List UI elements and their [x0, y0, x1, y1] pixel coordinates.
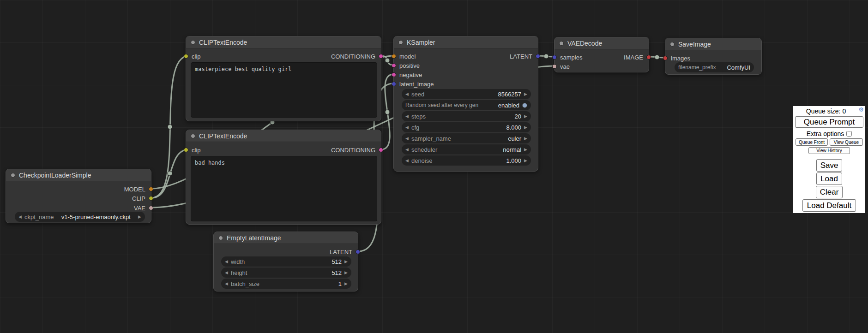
node-checkpoint-loader-simple[interactable]: CheckpointLoaderSimple MODEL CLIP VAE ◀ …: [6, 169, 151, 223]
widget-label: steps: [411, 113, 426, 120]
slot-label: CONDITIONING: [331, 147, 375, 154]
negative-prompt-textarea[interactable]: bad hands: [191, 156, 377, 221]
widget-value: 512: [332, 269, 342, 276]
widget-seed[interactable]: ◀ seed 8566257 ▶: [402, 89, 531, 99]
decrement-arrow-icon[interactable]: ◀: [405, 114, 409, 119]
increment-arrow-icon[interactable]: ▶: [344, 260, 348, 264]
conditioning-slot-dot[interactable]: [392, 72, 396, 77]
node-clip-text-encode-negative[interactable]: CLIPTextEncode clip CONDITIONING bad han…: [186, 130, 381, 225]
increment-arrow-icon[interactable]: ▶: [524, 159, 527, 163]
save-button[interactable]: Save: [816, 159, 842, 172]
collapse-dot[interactable]: [191, 40, 195, 45]
queue-prompt-button[interactable]: Queue Prompt: [795, 116, 863, 128]
extra-options-checkbox[interactable]: [846, 131, 852, 137]
widget-value: 512: [332, 258, 342, 265]
node-title: EmptyLatentImage: [227, 234, 281, 242]
comfyui-canvas[interactable]: { "icons": { "arrow_left": "◀", "arrow_r…: [0, 0, 868, 333]
widget-denoise[interactable]: ◀ denoise 1.000 ▶: [402, 155, 531, 166]
widget-ckpt-name[interactable]: ◀ ckpt_name v1-5-pruned-emaonly.ckpt ▶: [15, 212, 145, 222]
latent-slot-dot[interactable]: [356, 250, 360, 254]
clear-button[interactable]: Clear: [816, 186, 843, 198]
widget-value: v1-5-pruned-emaonly.ckpt: [57, 214, 136, 220]
load-default-button[interactable]: Load Default: [802, 199, 856, 212]
decrement-arrow-icon[interactable]: ◀: [225, 282, 228, 286]
decrement-arrow-icon[interactable]: ◀: [405, 92, 409, 96]
node-title-bar[interactable]: CheckpointLoaderSimple: [6, 169, 151, 181]
input-slot-vae: vae: [552, 62, 570, 71]
view-history-button[interactable]: View History: [808, 147, 850, 154]
increment-arrow-icon[interactable]: ▶: [524, 137, 527, 141]
latent-slot-dot[interactable]: [536, 54, 540, 59]
widget-label: denoise: [411, 157, 433, 164]
node-title-bar[interactable]: SaveImage: [665, 38, 761, 50]
slot-label: LATENT: [510, 53, 532, 60]
node-ksampler[interactable]: KSampler model positive negative latent_…: [393, 36, 538, 172]
node-empty-latent-image[interactable]: EmptyLatentImage LATENT ◀ width 512 ▶ ◀ …: [213, 232, 358, 291]
image-slot-dot[interactable]: [663, 56, 668, 60]
increment-arrow-icon[interactable]: ▶: [524, 114, 527, 119]
slot-label: positive: [399, 62, 420, 69]
clip-slot-dot[interactable]: [149, 196, 153, 201]
collapse-dot[interactable]: [191, 134, 195, 138]
node-save-image[interactable]: SaveImage images filename_prefix ComfyUI: [665, 38, 762, 75]
widget-cfg[interactable]: ◀ cfg 8.000 ▶: [402, 122, 531, 132]
collapse-dot[interactable]: [670, 42, 675, 47]
link-midpoint-dot: [168, 171, 172, 176]
latent-slot-dot[interactable]: [552, 55, 557, 59]
slot-label: MODEL: [124, 186, 145, 193]
slot-label: clip: [192, 147, 201, 154]
load-button[interactable]: Load: [816, 172, 842, 185]
widget-filename-prefix[interactable]: filename_prefix ComfyUI: [675, 62, 754, 72]
decrement-arrow-icon[interactable]: ◀: [405, 159, 409, 163]
widget-random-seed-toggle[interactable]: Random seed after every gen enabled: [402, 100, 531, 110]
node-title-bar[interactable]: EmptyLatentImage: [214, 232, 358, 244]
increment-arrow-icon[interactable]: ▶: [344, 271, 348, 275]
positive-prompt-textarea[interactable]: masterpiece best quality girl: [191, 62, 377, 118]
decrement-arrow-icon[interactable]: ◀: [225, 260, 228, 264]
clip-slot-dot[interactable]: [184, 54, 188, 59]
decrement-arrow-icon[interactable]: ◀: [405, 148, 409, 152]
node-title-bar[interactable]: KSampler: [394, 36, 538, 48]
increment-arrow-icon[interactable]: ▶: [524, 92, 527, 96]
toggle-dot[interactable]: [522, 103, 527, 108]
conditioning-slot-dot[interactable]: [392, 63, 396, 68]
conditioning-slot-dot[interactable]: [379, 148, 383, 152]
widget-width[interactable]: ◀ width 512 ▶: [221, 256, 351, 267]
increment-arrow-icon[interactable]: ▶: [344, 282, 348, 286]
widget-height[interactable]: ◀ height 512 ▶: [221, 268, 351, 278]
view-queue-button[interactable]: View Queue: [830, 138, 863, 146]
collapse-dot[interactable]: [218, 236, 223, 240]
widget-batch-size[interactable]: ◀ batch_size 1 ▶: [221, 279, 351, 289]
output-slot-conditioning: CONDITIONING: [331, 52, 383, 60]
node-clip-text-encode-positive[interactable]: CLIPTextEncode clip CONDITIONING masterp…: [186, 36, 381, 121]
decrement-arrow-icon[interactable]: ◀: [405, 125, 409, 130]
widget-scheduler[interactable]: ◀ scheduler normal ▶: [402, 144, 531, 155]
slot-label: CLIP: [132, 195, 145, 202]
widget-sampler-name[interactable]: ◀ sampler_name euler ▶: [402, 133, 531, 143]
conditioning-slot-dot[interactable]: [379, 54, 383, 59]
image-slot-dot[interactable]: [646, 55, 651, 59]
decrement-arrow-icon[interactable]: ◀: [405, 137, 409, 141]
node-vae-decode[interactable]: VAEDecode samples vae IMAGE: [554, 37, 649, 72]
widget-label: ckpt_name: [24, 214, 54, 220]
increment-arrow-icon[interactable]: ▶: [138, 215, 141, 219]
increment-arrow-icon[interactable]: ▶: [524, 148, 527, 152]
decrement-arrow-icon[interactable]: ◀: [225, 271, 228, 275]
latent-slot-dot[interactable]: [392, 82, 396, 86]
settings-gear-icon[interactable]: ⚙: [858, 107, 864, 113]
collapse-dot[interactable]: [11, 173, 15, 178]
node-title-bar[interactable]: CLIPTextEncode: [186, 130, 381, 142]
node-title-bar[interactable]: CLIPTextEncode: [186, 36, 381, 48]
model-slot-dot[interactable]: [392, 54, 396, 59]
queue-front-button[interactable]: Queue Front: [796, 138, 828, 146]
collapse-dot[interactable]: [398, 40, 403, 45]
increment-arrow-icon[interactable]: ▶: [524, 125, 527, 130]
collapse-dot[interactable]: [559, 41, 564, 46]
widget-steps[interactable]: ◀ steps 20 ▶: [402, 111, 531, 121]
model-slot-dot[interactable]: [149, 187, 153, 191]
clip-slot-dot[interactable]: [184, 148, 188, 152]
vae-slot-dot[interactable]: [149, 206, 153, 210]
decrement-arrow-icon[interactable]: ◀: [18, 215, 22, 219]
vae-slot-dot[interactable]: [552, 64, 557, 69]
node-title-bar[interactable]: VAEDecode: [555, 37, 649, 49]
